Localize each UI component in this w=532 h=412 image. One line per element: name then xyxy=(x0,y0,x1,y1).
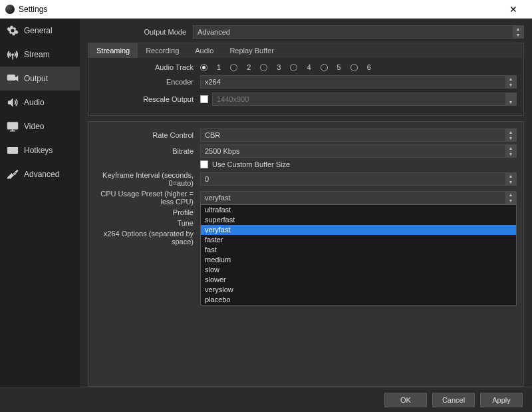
custom-buffer-checkbox[interactable] xyxy=(200,160,208,168)
audio-track-label: Audio Track xyxy=(95,63,200,71)
sidebar-item-label: Hotkeys xyxy=(24,146,53,155)
footer: OK Cancel Apply xyxy=(0,387,532,412)
profile-label: Profile xyxy=(95,208,200,216)
bitrate-label: Bitrate xyxy=(95,147,200,155)
keyframe-input[interactable]: 0▲▼ xyxy=(200,172,517,186)
preset-option-veryfast[interactable]: veryfast xyxy=(201,225,516,235)
output-icon xyxy=(7,73,19,85)
rate-control-select[interactable]: CBR▲▼ xyxy=(200,128,517,142)
audio-track-radio-1[interactable] xyxy=(200,64,207,71)
rate-control-label: Rate Control xyxy=(95,131,200,139)
antenna-icon xyxy=(7,49,19,61)
rescale-input[interactable]: 1440x900 ▼ xyxy=(212,93,517,106)
tune-label: Tune xyxy=(95,219,200,227)
preset-option-veryslow[interactable]: veryslow xyxy=(201,285,516,295)
audio-track-radios: 1 2 3 4 5 6 xyxy=(200,63,517,71)
sidebar-item-hotkeys[interactable]: Hotkeys xyxy=(0,138,80,162)
audio-track-radio-4[interactable] xyxy=(290,64,297,71)
x264-opts-label: x264 Options (separated by space) xyxy=(95,230,200,246)
sidebar-item-label: Video xyxy=(24,122,44,131)
titlebar: Settings ✕ xyxy=(0,0,532,19)
sidebar: General Stream Output Audio Video Hotkey… xyxy=(0,19,80,387)
ok-button[interactable]: OK xyxy=(384,393,427,407)
preset-option-placebo[interactable]: placebo xyxy=(201,295,516,305)
preset-option-superfast[interactable]: superfast xyxy=(201,215,516,225)
encoder-settings-panel: Rate Control CBR▲▼ Bitrate 2500 Kbps▲▼ U… xyxy=(88,121,524,387)
cpu-preset-dropdown[interactable]: ultrafast superfast veryfast faster fast… xyxy=(200,204,517,306)
audio-track-radio-2[interactable] xyxy=(230,64,237,71)
sidebar-item-general[interactable]: General xyxy=(0,19,80,43)
cpu-preset-label: CPU Usage Preset (higher = less CPU) xyxy=(95,190,200,206)
preset-option-medium[interactable]: medium xyxy=(201,255,516,265)
sidebar-item-video[interactable]: Video xyxy=(0,114,80,138)
tools-icon xyxy=(7,168,19,180)
close-button[interactable]: ✕ xyxy=(500,4,527,15)
encoder-select[interactable]: x264 ▲▼ xyxy=(200,75,517,89)
preset-option-faster[interactable]: faster xyxy=(201,235,516,245)
sidebar-item-label: Output xyxy=(24,74,48,83)
output-mode-select[interactable]: Advanced ▲▼ xyxy=(193,25,524,39)
rescale-label: Rescale Output xyxy=(95,95,200,103)
updown-icon: ▲▼ xyxy=(505,192,516,204)
svg-rect-3 xyxy=(8,122,18,129)
updown-icon: ▲▼ xyxy=(505,76,516,88)
output-mode-label: Output Mode xyxy=(88,28,193,36)
rescale-checkbox[interactable] xyxy=(200,95,208,103)
tab-recording[interactable]: Recording xyxy=(138,43,187,58)
preset-option-fast[interactable]: fast xyxy=(201,245,516,255)
cancel-button[interactable]: Cancel xyxy=(432,393,475,407)
encoder-value: x264 xyxy=(205,78,221,86)
updown-icon: ▲▼ xyxy=(505,145,516,157)
sidebar-item-label: Audio xyxy=(24,98,45,107)
content: Output Mode Advanced ▲▼ Streaming Record… xyxy=(80,19,532,387)
tabs: Streaming Recording Audio Replay Buffer xyxy=(88,43,524,58)
app-icon xyxy=(5,5,15,14)
audio-track-radio-5[interactable] xyxy=(321,64,328,71)
sidebar-item-stream[interactable]: Stream xyxy=(0,43,80,67)
sidebar-item-advanced[interactable]: Advanced xyxy=(0,162,80,186)
window-title: Settings xyxy=(19,5,500,14)
tab-body-streaming: Audio Track 1 2 3 4 5 6 Encoder x264 ▲▼ xyxy=(88,58,524,116)
tab-streaming[interactable]: Streaming xyxy=(88,43,138,58)
tab-audio[interactable]: Audio xyxy=(187,43,221,58)
speaker-icon xyxy=(7,97,19,108)
preset-option-slower[interactable]: slower xyxy=(201,275,516,285)
dropdown-icon: ▼ xyxy=(505,93,516,105)
sidebar-item-audio[interactable]: Audio xyxy=(0,91,80,114)
updown-icon: ▲▼ xyxy=(513,26,523,38)
output-mode-value: Advanced xyxy=(198,28,230,36)
cpu-preset-select[interactable]: veryfast ▲▼ xyxy=(200,191,517,204)
svg-rect-2 xyxy=(8,75,15,81)
preset-option-slow[interactable]: slow xyxy=(201,265,516,275)
apply-button[interactable]: Apply xyxy=(480,393,523,407)
tab-replay-buffer[interactable]: Replay Buffer xyxy=(221,43,281,58)
sidebar-item-output[interactable]: Output xyxy=(0,67,80,91)
audio-track-radio-6[interactable] xyxy=(350,64,358,71)
encoder-label: Encoder xyxy=(95,78,200,86)
keyframe-label: Keyframe Interval (seconds, 0=auto) xyxy=(95,171,200,187)
monitor-icon xyxy=(7,120,19,132)
audio-track-radio-3[interactable] xyxy=(260,64,267,71)
svg-rect-6 xyxy=(8,148,18,154)
updown-icon: ▲▼ xyxy=(505,173,516,185)
custom-buffer-label: Use Custom Buffer Size xyxy=(212,160,290,168)
bitrate-input[interactable]: 2500 Kbps▲▼ xyxy=(200,144,517,158)
keyboard-icon xyxy=(7,144,19,156)
sidebar-item-label: Stream xyxy=(24,50,50,59)
sidebar-item-label: Advanced xyxy=(24,170,59,179)
rescale-value: 1440x900 xyxy=(217,95,249,103)
updown-icon: ▲▼ xyxy=(505,129,516,141)
sidebar-item-label: General xyxy=(24,26,53,35)
gear-icon xyxy=(7,25,19,37)
preset-option-ultrafast[interactable]: ultrafast xyxy=(201,205,516,215)
